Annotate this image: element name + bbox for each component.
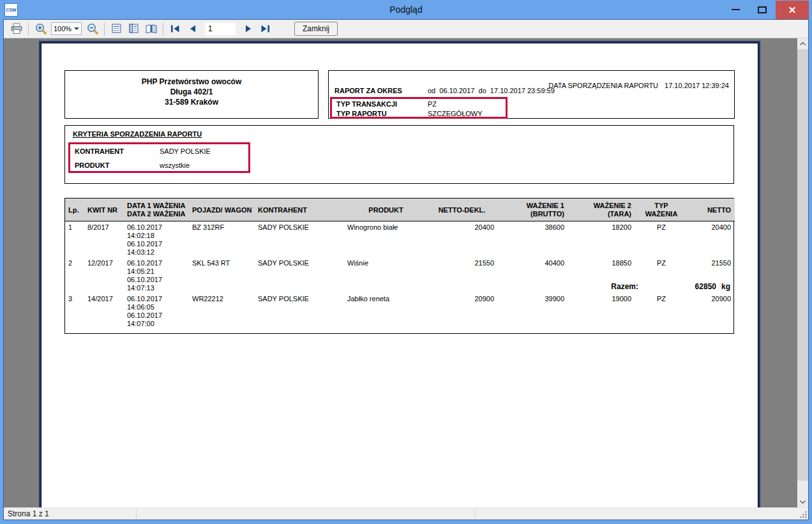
- book-icon: [145, 23, 158, 34]
- cell-netto-dekl: 20900: [426, 293, 498, 329]
- maximize-button[interactable]: [749, 1, 776, 19]
- zoom-out-icon: [86, 22, 99, 35]
- statusbar: Strona 1 z 1: [4, 507, 808, 520]
- preview-window: CSW Podgląd ✕: [0, 0, 812, 524]
- last-page-button[interactable]: [257, 21, 274, 36]
- col-header-wazenie1: WAŻENIE 1(BRUTTO): [498, 198, 568, 221]
- zoom-in-button[interactable]: [32, 21, 49, 36]
- report-type-value: SZCZEGÓŁOWY: [428, 110, 483, 117]
- scrollbar-thumb[interactable]: [797, 49, 808, 481]
- minimize-icon: [732, 9, 740, 10]
- window-controls: ✕: [722, 1, 809, 19]
- report-meta-box: DATA SPORZĄDZENIA RAPORTU17.10.2017 12:3…: [328, 70, 735, 119]
- toolbar-separator: [104, 22, 105, 36]
- page-view-icon: [111, 23, 123, 34]
- company-name: PHP Przetwórstwo owoców: [65, 77, 318, 87]
- single-page-view-button[interactable]: [108, 21, 125, 36]
- kontrahent-label: KONTRAHENT: [75, 147, 124, 155]
- first-page-icon: [170, 25, 180, 33]
- col-header-netto: NETTO: [688, 198, 735, 221]
- report-page-content: PHP Przetwórstwo owoców Długa 402/1 31-5…: [41, 43, 758, 507]
- toolbar-separator: [28, 22, 29, 36]
- next-page-button[interactable]: [239, 21, 257, 36]
- company-address-city: 31-589 Kraków: [65, 97, 318, 107]
- produkt-label: PRODUKT: [75, 161, 109, 169]
- app-icon: CSW: [4, 3, 18, 17]
- close-button[interactable]: ✕: [776, 1, 809, 19]
- total-value: 62850kg: [64, 282, 730, 291]
- col-header-wazenie2: WAŻENIE 2(TARA): [568, 198, 635, 221]
- total-amount: 62850: [695, 282, 716, 291]
- cell-wazenie2: 18200: [568, 221, 635, 258]
- report-period-label: RAPORT ZA OKRES: [335, 87, 402, 94]
- cell-data: 06.10.2017 14:02:1806.10.2017 14:03:12: [126, 221, 191, 258]
- total-unit: kg: [721, 282, 730, 291]
- minimize-button[interactable]: [722, 1, 749, 19]
- preview-area: PHP Przetwórstwo owoców Długa 402/1 31-5…: [4, 38, 808, 507]
- table-row: 1 8/2017 06.10.2017 14:02:1806.10.2017 1…: [65, 221, 735, 258]
- cell-netto: 20400: [688, 221, 735, 258]
- cell-produkt: Winogrono białe: [346, 221, 426, 258]
- printer-icon: [10, 23, 23, 34]
- outline-view-icon: [128, 23, 140, 34]
- col-header-pojazd: POJAZD/ WAGON: [191, 198, 257, 221]
- window-content: 100%: [3, 19, 809, 520]
- cell-pojazd: BZ 312RF: [191, 221, 257, 258]
- chevron-down-icon: [74, 27, 79, 30]
- status-page-info: Strona 1 z 1: [8, 509, 49, 518]
- close-icon: ✕: [788, 5, 797, 15]
- cell-typ: PZ: [635, 221, 688, 258]
- print-button[interactable]: [8, 21, 25, 36]
- zoom-out-button[interactable]: [84, 21, 101, 36]
- zoom-in-icon: [34, 22, 47, 35]
- cell-kwit: 8/2017: [86, 221, 126, 258]
- previous-page-icon: [189, 25, 197, 33]
- table-header-row: Lp. KWIT NR DATA 1 WAŻENIADATA 2 WAŻENIA…: [65, 198, 735, 221]
- facing-pages-view-button[interactable]: [142, 21, 160, 36]
- table-row: 3 14/2017 06.10.2017 14:06:0506.10.2017 …: [65, 293, 735, 329]
- window-title: Podgląd: [0, 4, 812, 15]
- vertical-scrollbar[interactable]: [797, 38, 808, 507]
- page-number-input[interactable]: [205, 23, 236, 35]
- cell-wazenie1: 39900: [498, 293, 568, 329]
- toolbar-separator: [163, 22, 163, 36]
- close-preview-button[interactable]: Zamknij: [294, 22, 338, 36]
- chevron-up-icon: [800, 42, 806, 45]
- cell-data: 06.10.2017 14:06:0506.10.2017 14:07:00: [126, 293, 191, 329]
- kontrahent-value: SADY POLSKIE: [160, 147, 211, 155]
- cell-produkt: Jabłko reneta: [346, 293, 426, 329]
- cell-lp: 1: [65, 221, 86, 258]
- produkt-value: wszystkie: [160, 161, 190, 169]
- cell-wazenie1: 38600: [498, 221, 568, 258]
- resize-grip[interactable]: [799, 510, 807, 518]
- cell-wazenie2: 19000: [568, 293, 635, 329]
- criteria-highlight-box: KONTRAHENT SADY POLSKIE PRODUKT wszystki…: [68, 142, 250, 173]
- next-page-icon: [244, 25, 252, 33]
- col-header-typ: TYPWAŻENIA: [635, 198, 688, 221]
- zoom-level-select[interactable]: 100%: [51, 22, 82, 35]
- cell-kontrahent: SADY POLSKIE: [257, 221, 346, 258]
- col-header-produkt: PRODUKT: [346, 198, 426, 221]
- col-header-kontrahent: KONTRAHENT: [257, 198, 346, 221]
- maximize-icon: [758, 6, 767, 13]
- continuous-view-button[interactable]: [125, 21, 142, 36]
- criteria-title: KRYTERIA SPORZĄDZENIA RAPORTU: [73, 130, 202, 138]
- transaction-type-value: PZ: [428, 100, 437, 108]
- scroll-up-button[interactable]: [797, 38, 808, 49]
- col-header-lp: Lp.: [65, 198, 86, 221]
- statusbar-separator: [474, 509, 475, 518]
- chevron-down-icon: [800, 500, 806, 504]
- transaction-type-label: TYP TRANSAKCJI: [336, 100, 397, 108]
- last-page-icon: [260, 25, 270, 33]
- previous-page-button[interactable]: [184, 21, 201, 36]
- cell-pojazd: WR22212: [191, 293, 257, 329]
- scroll-down-button[interactable]: [797, 497, 808, 507]
- statusbar-separator: [136, 509, 137, 518]
- zoom-level-value: 100%: [54, 25, 74, 33]
- titlebar: CSW Podgląd ✕: [0, 0, 812, 19]
- report-page: PHP Przetwórstwo owoców Długa 402/1 31-5…: [39, 41, 760, 507]
- col-header-kwit: KWIT NR: [86, 198, 126, 221]
- first-page-button[interactable]: [167, 21, 184, 36]
- company-box: PHP Przetwórstwo owoców Długa 402/1 31-5…: [64, 70, 319, 119]
- col-header-netto-dekl: NETTO-DEKL.: [426, 198, 498, 221]
